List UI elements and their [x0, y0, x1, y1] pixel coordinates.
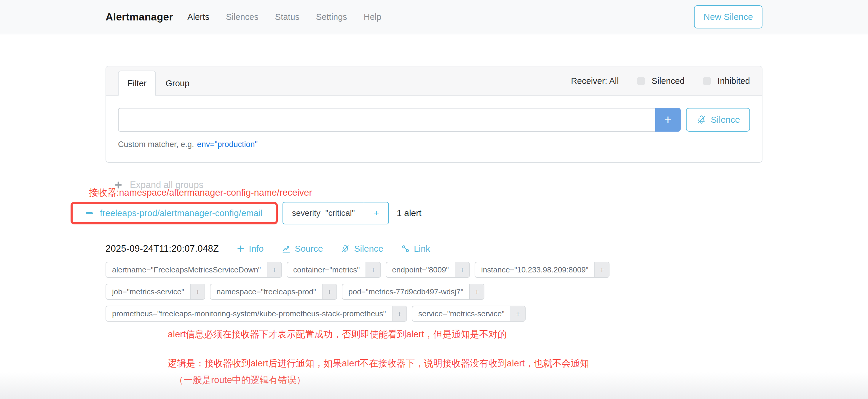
alert-timestamp: 2025-09-24T11:20:07.048Z: [105, 243, 219, 254]
inhibited-label: Inhibited: [717, 76, 750, 86]
group-matcher-chip: severity="critical" +: [282, 202, 389, 224]
label-filter-add-button[interactable]: +: [392, 306, 406, 321]
nav-item-silences[interactable]: Silences: [226, 12, 258, 22]
toggle-silenced[interactable]: Silenced: [637, 76, 684, 86]
nav-item-alerts[interactable]: Alerts: [187, 12, 209, 22]
annotation-note-3: （一般是route中的逻辑有错误）: [174, 374, 763, 386]
alert-labels: alertname="FreeleapsMetricsServiceDown" …: [105, 262, 763, 321]
chart-line-icon: [281, 244, 291, 253]
alert-action-source[interactable]: Source: [281, 244, 323, 254]
filter-card-body: + Silence Custom matcher, e.g.env="produ…: [106, 96, 762, 162]
silence-filter-label: Silence: [711, 115, 740, 125]
group-matcher-label: severity="critical": [283, 203, 364, 224]
collapse-minus-icon: [86, 212, 93, 214]
alert-label-chip: service="metrics-service" +: [412, 306, 526, 321]
alert-label-chip: prometheus="freeleaps-monitoring-system/…: [105, 306, 407, 321]
matcher-example-link[interactable]: env="production": [197, 140, 258, 149]
annotation-note-1: alert信息必须在接收器下才表示配置成功，否则即使能看到alert，但是通知是…: [168, 328, 763, 341]
filter-card: Filter Group Receiver: All Silenced Inhi…: [105, 66, 763, 163]
receiver-group-button[interactable]: freeleaps-prod/alertmanager-config/email: [73, 204, 276, 222]
toggle-inhibited[interactable]: Inhibited: [703, 76, 750, 86]
top-navbar: Alertmanager Alerts Silences Status Sett…: [0, 0, 868, 34]
nav-item-settings[interactable]: Settings: [316, 12, 347, 22]
tab-group[interactable]: Group: [156, 70, 199, 96]
alert-action-silence[interactable]: Silence: [341, 244, 383, 254]
alert-label-chip: instance="10.233.98.209:8009" +: [475, 262, 610, 278]
silenced-checkbox[interactable]: [637, 77, 645, 85]
new-silence-button[interactable]: New Silence: [694, 5, 763, 28]
label-filter-add-button[interactable]: +: [190, 284, 205, 299]
receiver-dropdown[interactable]: Receiver: All: [571, 76, 619, 86]
alert-label-chip: endpoint="8009" +: [386, 262, 470, 278]
alert-label-chip: pod="metrics-77d9cdb497-wdsj7" +: [342, 284, 485, 300]
filter-tabs: Filter Group: [118, 70, 199, 96]
alert-label-chip: container="metrics" +: [287, 262, 381, 278]
matcher-input-group: +: [118, 108, 681, 132]
label-filter-add-button[interactable]: +: [322, 284, 337, 299]
label-filter-add-button[interactable]: +: [366, 262, 380, 277]
silenced-label: Silenced: [652, 76, 684, 86]
alert-label-chip: job="metrics-service" +: [105, 284, 205, 300]
bell-slash-icon: [696, 115, 707, 125]
annotation-highlight-box: freeleaps-prod/alertmanager-config/email: [70, 202, 278, 224]
label-filter-add-button[interactable]: +: [469, 284, 484, 299]
alert-count: 1 alert: [397, 208, 421, 218]
plus-icon: [237, 245, 245, 253]
app-brand[interactable]: Alertmanager: [105, 11, 173, 23]
nav-item-status[interactable]: Status: [275, 12, 300, 22]
matcher-input[interactable]: [118, 108, 655, 132]
custom-matcher-hint: Custom matcher, e.g.: [118, 140, 194, 149]
label-filter-add-button[interactable]: +: [267, 262, 281, 277]
label-filter-add-button[interactable]: +: [594, 262, 609, 277]
silence-filter-button[interactable]: Silence: [686, 108, 750, 132]
inhibited-checkbox[interactable]: [703, 77, 711, 85]
bell-slash-icon: [341, 244, 350, 253]
alert-action-link[interactable]: Link: [401, 244, 430, 254]
receiver-group-name: freeleaps-prod/alertmanager-config/email: [100, 208, 262, 218]
alert-item: 2025-09-24T11:20:07.048Z Info Source: [105, 243, 763, 386]
tab-filter[interactable]: Filter: [118, 70, 156, 96]
annotation-receiver-text: 接收器:namespace/altermanager-config-name/r…: [89, 186, 312, 199]
alert-label-chip: alertname="FreeleapsMetricsServiceDown" …: [105, 262, 282, 278]
alert-action-info[interactable]: Info: [237, 244, 264, 254]
alert-label-chip: namespace="freeleaps-prod" +: [210, 284, 337, 300]
filter-card-header: Filter Group Receiver: All Silenced Inhi…: [106, 66, 762, 96]
add-matcher-button[interactable]: +: [655, 108, 681, 132]
link-icon: [401, 244, 410, 253]
label-filter-add-button[interactable]: +: [510, 306, 525, 321]
group-matcher-add-button[interactable]: +: [364, 203, 389, 224]
label-filter-add-button[interactable]: +: [455, 262, 469, 277]
nav-item-help[interactable]: Help: [364, 12, 381, 22]
annotation-note-2: 逻辑是：接收器收到alert后进行通知，如果alert不在接收器下，说明接收器没…: [168, 357, 763, 370]
